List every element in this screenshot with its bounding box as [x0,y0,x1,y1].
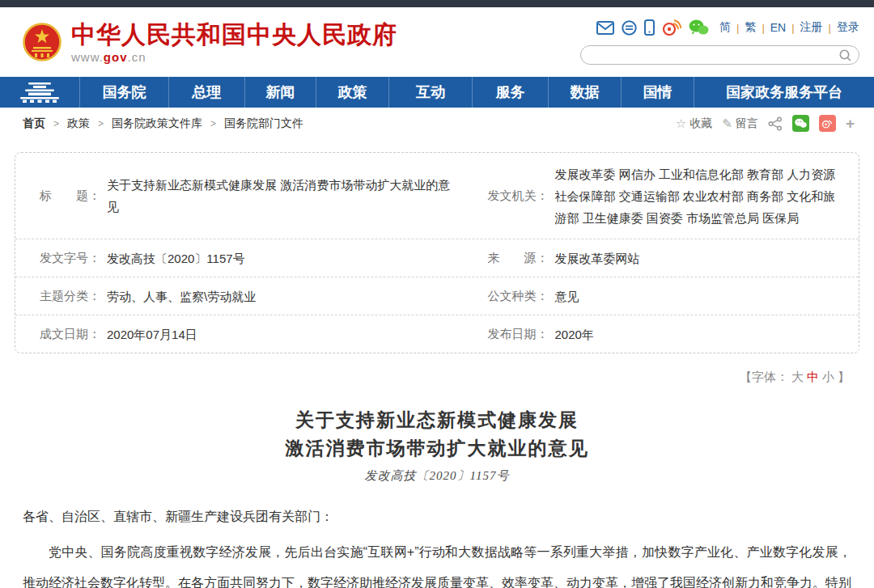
breadcrumb-separator: > [53,118,59,129]
breadcrumb-department-docs[interactable]: 国务院部门文件 [224,116,303,131]
meta-value-agency: 发展改革委 网信办 工业和信息化部 教育部 人力资源 社会保障部 交通运输部 农… [555,163,839,229]
breadcrumb-policy-library[interactable]: 国务院政策文件库 [112,116,202,131]
document-title-line2: 激活消费市场带动扩大就业的意见 [0,434,874,463]
lang-english[interactable]: EN [770,21,786,34]
breadcrumb-home[interactable]: 首页 [23,116,45,131]
meta-cell-doc-type: 公文种类： 意见 [488,277,859,315]
page-actions: ☆ 收藏 ✎ 留言 [676,115,855,133]
breadcrumb: 首页 > 政策 > 国务院政策文件库 > 国务院部门文件 [23,116,303,131]
login-link[interactable]: 登录 [837,20,859,35]
wechat-badge-icon [795,118,807,129]
meta-value-publish-date: 2020年 [555,324,594,345]
favorite-button[interactable]: ☆ 收藏 [676,116,712,131]
meta-label-title: 标 题： [40,188,100,204]
meta-row-title-agency: 标 题： 关于支持新业态新模式健康发展 激活消费市场带动扩大就业的意见 发文机关… [15,153,859,239]
quick-links-row: 简 | 繁 | EN | 注册 | 登录 [580,17,859,38]
national-emblem-logo [23,21,62,63]
meta-label-doc-number: 发文字号： [40,251,100,266]
font-size-medium[interactable]: 中 [807,370,819,383]
pencil-icon: ✎ [722,116,732,131]
weibo-badge-icon [821,118,834,129]
nav-item-fuwu[interactable]: 服务 [472,77,548,108]
meta-label-source: 来 源： [488,251,549,266]
meta-label-category: 主题分类： [40,289,100,304]
nav-item-hudong[interactable]: 互动 [388,77,472,108]
breadcrumb-separator: > [210,118,216,129]
comment-label: 留言 [736,116,758,131]
link-separator: | [791,22,794,34]
font-selector-prefix: 【字体： [740,370,788,383]
font-selector-suffix: 】 [838,370,850,383]
share-icon[interactable] [768,116,783,131]
meta-row-category-type: 主题分类： 劳动、人事、监察\劳动就业 公文种类： 意见 [15,277,859,315]
meta-label-agency: 发文机关： [488,188,549,204]
site-title: 中华人民共和国中央人民政府 [71,21,397,49]
star-icon: ☆ [676,116,686,131]
top-navy-bar [0,0,874,7]
meta-row-dates: 成文日期： 2020年07月14日 发布日期： 2020年 [15,315,859,353]
meta-value-category: 劳动、人事、监察\劳动就业 [107,286,256,307]
url-gov: gov [104,50,128,64]
nav-item-xinwen[interactable]: 新闻 [244,77,316,108]
search-input[interactable] [591,47,838,63]
meta-value-doc-number: 发改高技〔2020〕1157号 [107,247,245,269]
nav-item-zhengwu-platform[interactable]: 国家政务服务平台 [694,77,874,108]
font-size-large[interactable]: 大 [791,370,804,383]
meta-cell-source: 来 源： 发展改革委网站 [488,239,859,277]
meta-cell-agency: 发文机关： 发展改革委 网信办 工业和信息化部 教育部 人力资源 社会保障部 交… [488,153,859,239]
meta-row-number-source: 发文字号： 发改高技〔2020〕1157号 来 源： 发展改革委网站 [15,239,859,277]
lang-links: 简 | 繁 | EN | 注册 | 登录 [719,20,859,35]
lang-simplified[interactable]: 简 [719,20,731,35]
breadcrumb-policy[interactable]: 政策 [67,116,90,131]
link-separator: | [736,22,739,34]
meta-label-publish-date: 发布日期： [488,327,549,342]
more-share-button[interactable]: + [846,115,855,133]
meta-cell-category: 主题分类： 劳动、人事、监察\劳动就业 [15,277,488,315]
header-right: 简 | 繁 | EN | 注册 | 登录 [580,17,859,65]
wechat-icon[interactable] [689,19,709,36]
lang-traditional[interactable]: 繁 [745,20,756,35]
site-header: 中华人民共和国中央人民政府 www.gov.cn [0,7,874,77]
share-wechat-button[interactable] [792,115,809,132]
nav-item-guoqing[interactable]: 国情 [621,77,694,108]
meta-label-written-date: 成文日期： [40,327,100,342]
site-identity: 中华人民共和国中央人民政府 www.gov.cn [71,21,397,64]
salutation: 各省、自治区、直辖市、新疆生产建设兵团有关部门： [23,505,851,529]
document-title: 关于支持新业态新模式健康发展 激活消费市场带动扩大就业的意见 [0,406,874,463]
mobile-icon[interactable] [644,19,655,36]
document-meta-table: 标 题： 关于支持新业态新模式健康发展 激活消费市场带动扩大就业的意见 发文机关… [15,152,859,353]
document-body: 各省、自治区、直辖市、新疆生产建设兵团有关部门： 党中央、国务院高度重视数字经济… [23,505,851,588]
register-link[interactable]: 注册 [800,20,823,35]
tiananmen-home-icon[interactable] [0,77,79,108]
nav-item-shuju[interactable]: 数据 [548,77,621,108]
mail-icon[interactable] [596,21,614,35]
font-size-small[interactable]: 小 [822,370,834,383]
search-box[interactable] [580,45,859,65]
nav-item-guowuyuan[interactable]: 国务院 [79,77,168,108]
share-weibo-button[interactable] [819,115,836,132]
document-title-line1: 关于支持新业态新模式健康发展 [0,406,874,434]
meta-value-title: 关于支持新业态新模式健康发展 激活消费市场带动扩大就业的意见 [107,174,455,218]
document-number: 发改高技〔2020〕1157号 [0,468,874,484]
comment-button[interactable]: ✎ 留言 [722,116,758,131]
font-size-selector: 【字体：大中小】 [0,370,851,385]
site-url: www.gov.cn [71,50,397,64]
meta-cell-written-date: 成文日期： 2020年07月14日 [15,315,488,353]
breadcrumb-row: 首页 > 政策 > 国务院政策文件库 > 国务院部门文件 ☆ 收藏 ✎ 留言 [0,108,874,139]
meta-value-doc-type: 意见 [555,286,579,307]
favorite-label: 收藏 [689,116,712,131]
meta-label-doc-type: 公文种类： [488,289,549,304]
weibo-icon[interactable] [662,19,681,36]
message-icon[interactable] [622,20,637,36]
nav-item-zhengce[interactable]: 政策 [316,77,388,108]
main-nav: 国务院 总理 新闻 政策 互动 服务 数据 国情 国家政务服务平台 [0,77,874,108]
meta-value-written-date: 2020年07月14日 [107,324,197,345]
link-separator: | [829,22,831,34]
meta-cell-doc-number: 发文字号： 发改高技〔2020〕1157号 [15,239,488,277]
nav-item-zongli[interactable]: 总理 [168,77,244,108]
search-icon[interactable] [838,49,852,62]
breadcrumb-separator: > [98,118,104,129]
url-www: www. [71,50,104,64]
meta-cell-publish-date: 发布日期： 2020年 [488,315,859,353]
meta-value-source: 发展改革委网站 [555,247,640,269]
